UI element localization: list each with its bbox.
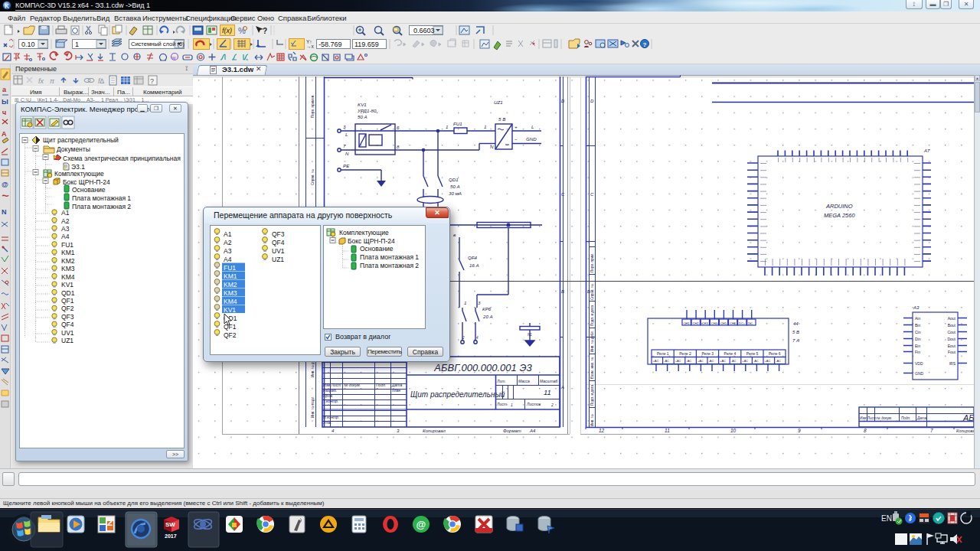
- svg-text:1: 1: [484, 124, 486, 129]
- svg-text:Разраб.: Разраб.: [323, 388, 337, 393]
- svg-text:CH6: CH6: [730, 321, 737, 325]
- svg-text:FU1: FU1: [224, 264, 236, 272]
- svg-text:B: B: [561, 289, 564, 294]
- svg-text:A4: A4: [224, 256, 232, 263]
- svg-text:N: N: [345, 151, 349, 156]
- svg-text:Щит распределительный: Щит распределительный: [43, 136, 119, 144]
- svg-text:0.6603: 0.6603: [413, 27, 435, 34]
- svg-text:Масса: Масса: [518, 379, 530, 383]
- svg-text:11: 11: [544, 388, 551, 396]
- svg-text:+АС: +АС: [675, 359, 681, 363]
- svg-text:D: D: [561, 99, 565, 103]
- svg-text:Масштаб: Масштаб: [540, 379, 558, 383]
- svg-text:11: 11: [665, 428, 670, 433]
- svg-text:-АС: -АС: [776, 359, 781, 363]
- svg-text:@: @: [416, 519, 426, 530]
- svg-text:1: 1: [464, 300, 466, 305]
- svg-text:Изм Лист: Изм Лист: [323, 383, 341, 387]
- svg-text:Реле 6: Реле 6: [769, 351, 781, 356]
- svg-text:Документы: Документы: [57, 145, 90, 153]
- svg-text:№ докум.: № докум.: [877, 416, 892, 420]
- svg-text:-58.769: -58.769: [318, 41, 342, 48]
- svg-text:QF4: QF4: [61, 321, 74, 328]
- svg-text:UV1: UV1: [61, 329, 74, 337]
- svg-text:Т.контр.: Т.контр.: [323, 399, 338, 403]
- svg-text:CH3: CH3: [702, 321, 709, 325]
- svg-text:GND: GND: [915, 371, 924, 376]
- svg-text:Bin: Bin: [915, 323, 920, 328]
- svg-text:@: @: [2, 181, 8, 188]
- svg-text:+АС: +АС: [697, 359, 704, 363]
- svg-text:N: N: [2, 208, 7, 216]
- svg-text:KM1: KM1: [224, 272, 237, 280]
- svg-text:6: 6: [397, 125, 400, 130]
- svg-text:Лит.: Лит.: [496, 379, 506, 383]
- svg-text:QF3: QF3: [61, 313, 74, 321]
- svg-text:Инв. № подл.: Инв. № подл.: [311, 396, 315, 418]
- svg-text:QF2: QF2: [61, 305, 74, 312]
- svg-text:a: a: [2, 86, 7, 93]
- svg-text:FU1: FU1: [61, 241, 74, 249]
- svg-text:Инв. №: Инв. №: [590, 414, 594, 426]
- svg-text:DC+: DC+: [739, 321, 746, 325]
- svg-text:Дата: Дата: [391, 383, 402, 387]
- svg-text:N1: N1: [528, 333, 532, 337]
- svg-text:A3: A3: [913, 305, 920, 310]
- svg-text:Cin: Cin: [915, 330, 921, 334]
- svg-text:+АС: +АС: [653, 359, 659, 363]
- svg-text:Формат: Формат: [503, 429, 521, 433]
- svg-text:№ докум.: № докум.: [344, 383, 361, 387]
- svg-text:A2: A2: [61, 217, 70, 225]
- svg-text:12: 12: [599, 428, 605, 433]
- svg-text:A1: A1: [61, 209, 70, 217]
- svg-text:Aout: Aout: [948, 316, 956, 321]
- svg-text:Справ. №: Справ. №: [311, 169, 315, 185]
- svg-text:Ы: Ы: [2, 98, 8, 106]
- svg-text:+АС: +АС: [720, 359, 726, 363]
- svg-text:Щит распределительный: Щит распределительный: [410, 390, 505, 399]
- svg-text:Bout: Bout: [948, 323, 956, 328]
- svg-text:L: L: [531, 124, 534, 129]
- svg-text:π: π: [50, 77, 55, 85]
- svg-text:SW: SW: [165, 521, 175, 528]
- svg-text:CH2: CH2: [693, 321, 700, 325]
- svg-text:L: L: [345, 132, 348, 137]
- svg-text:Реле 5: Реле 5: [746, 351, 759, 356]
- svg-text:Комплектующие: Комплектующие: [339, 229, 389, 236]
- svg-text:?: ?: [263, 27, 267, 35]
- svg-text:3: 3: [478, 300, 481, 305]
- svg-text:119.659: 119.659: [354, 41, 379, 48]
- svg-text:44: 44: [793, 321, 799, 326]
- svg-text:Бокс ЩРН-П-24: Бокс ЩРН-П-24: [348, 237, 395, 245]
- svg-text:ARDUINO: ARDUINO: [825, 203, 853, 210]
- svg-text:Dout: Dout: [947, 337, 956, 341]
- svg-text:Плата монтажная 2: Плата монтажная 2: [360, 262, 419, 269]
- svg-text:QF3: QF3: [272, 230, 285, 238]
- svg-text:A2: A2: [224, 239, 232, 246]
- svg-text:QD1: QD1: [61, 289, 75, 297]
- svg-text:KM4: KM4: [61, 273, 75, 281]
- svg-text:GND: GND: [526, 136, 537, 142]
- svg-text:Дата: Дата: [916, 416, 927, 420]
- svg-text:А: А: [2, 130, 7, 138]
- svg-text:KM2: KM2: [61, 257, 75, 265]
- svg-text:QF2: QF2: [224, 331, 237, 339]
- svg-text:9: 9: [798, 428, 801, 433]
- svg-text:Подп.: Подп.: [901, 416, 910, 420]
- svg-text:30 мА: 30 мА: [449, 191, 462, 196]
- svg-text:+АС: +АС: [742, 359, 748, 363]
- svg-text:+АС: +АС: [765, 359, 771, 363]
- svg-text:8: 8: [397, 144, 400, 149]
- svg-text:f(x): f(x): [222, 27, 232, 34]
- svg-text:Подп.: Подп.: [376, 383, 386, 387]
- svg-text:→x: →x: [306, 44, 315, 49]
- svg-text:A4: A4: [61, 233, 70, 240]
- svg-text:CH5: CH5: [720, 321, 727, 325]
- svg-text:A3: A3: [61, 225, 70, 233]
- svg-text:KM3: KM3: [61, 265, 75, 272]
- svg-text:УРД1-80,: УРД1-80,: [357, 108, 377, 113]
- svg-text:Реле 3: Реле 3: [701, 351, 714, 356]
- svg-text:7: 7: [930, 428, 933, 433]
- svg-text:Копировал: Копировал: [423, 429, 446, 433]
- svg-text:Бокс ЩРН-П-24: Бокс ЩРН-П-24: [63, 178, 110, 186]
